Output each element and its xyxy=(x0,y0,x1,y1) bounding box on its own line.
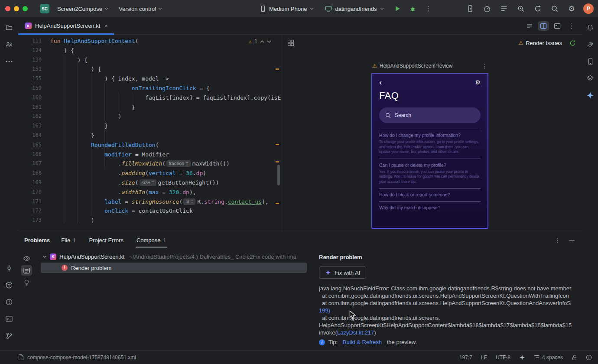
preview-more-options-icon[interactable]: ⋮ xyxy=(481,62,488,69)
caret-position-widget[interactable]: 197:7 xyxy=(459,354,472,361)
services-tool-button[interactable] xyxy=(3,279,15,291)
panel-tab-file[interactable]: File1 xyxy=(61,232,76,248)
problems-tool-button[interactable] xyxy=(3,296,15,308)
stack-trace-line: HelpAndSupportScreenKt$HelpAndSupportCon… xyxy=(319,322,579,329)
hide-panel-icon[interactable]: — xyxy=(569,237,575,244)
gradle-tool-button[interactable] xyxy=(584,39,596,51)
faq-question[interactable]: Can I pause or delete my profile? xyxy=(379,162,481,168)
settings-button[interactable]: ⚙ xyxy=(566,3,577,14)
chevron-down-icon[interactable] xyxy=(42,255,47,258)
details-toggle-button[interactable] xyxy=(21,265,32,276)
device-selector[interactable]: Medium Phone xyxy=(257,3,317,14)
panel-tab-compose[interactable]: Compose1 xyxy=(136,232,166,248)
sync-project-button[interactable] xyxy=(533,3,543,14)
build-refresh-link[interactable]: Build & Refresh xyxy=(343,339,382,345)
structure-tool-button[interactable] xyxy=(3,39,15,51)
panel-title[interactable]: Problems xyxy=(24,237,50,244)
status-file[interactable]: compose-compose-model-1758748140651.xml xyxy=(18,354,136,361)
code-text: label = stringResource(id =R.string.cont… xyxy=(50,197,269,207)
scrollbar-warning-mark[interactable] xyxy=(276,203,279,204)
scrollbar-warning-mark[interactable] xyxy=(276,68,279,70)
run-button[interactable] xyxy=(392,3,403,14)
code-editor[interactable]: 111fun HelpAndSupportContent(124 ) {130 … xyxy=(18,35,281,232)
gemini-button[interactable] xyxy=(584,89,596,101)
prev-problem-icon[interactable] xyxy=(260,40,264,43)
scrollbar-warning-mark[interactable] xyxy=(276,144,279,145)
xml-file-icon xyxy=(18,354,24,361)
quick-fix-button[interactable] xyxy=(21,277,32,288)
user-avatar[interactable]: P xyxy=(583,3,594,14)
preview-card[interactable]: ⚠ HelpAndSupportScreenPreview ⋮ ‹ ⚙ FAQ … xyxy=(371,62,488,229)
design-view-button[interactable] xyxy=(552,21,563,31)
inspection-widget[interactable]: ⚠ 1 xyxy=(246,38,274,46)
indent-widget[interactable]: 4 spaces xyxy=(534,354,563,361)
write-access-lock-icon[interactable] xyxy=(572,354,577,361)
problems-item-selected[interactable]: ! Render problem xyxy=(41,263,307,273)
code-view-button[interactable] xyxy=(524,21,535,31)
logcat-button[interactable] xyxy=(499,3,509,14)
app-inspection-button[interactable] xyxy=(516,3,526,14)
device-manager-button[interactable] xyxy=(584,55,596,68)
warning-count: 1 xyxy=(254,39,257,45)
info-status-icon[interactable] xyxy=(586,354,592,361)
preview-toggle-button[interactable] xyxy=(21,253,32,263)
more-tool-windows-button[interactable] xyxy=(3,55,15,68)
project-menu[interactable]: Screen2Compose xyxy=(55,4,111,14)
refresh-preview-icon[interactable] xyxy=(569,39,576,47)
project-tool-button[interactable] xyxy=(3,22,15,34)
editor-scrollbar[interactable] xyxy=(277,165,280,185)
close-window-button[interactable] xyxy=(5,6,10,11)
preview-canvas[interactable]: ⚠ HelpAndSupportScreenPreview ⋮ ‹ ⚙ FAQ … xyxy=(281,51,582,232)
faq-divider xyxy=(379,129,481,129)
panel-tab-project-errors[interactable]: Project Errors xyxy=(89,232,123,248)
ai-status-sparkle-icon[interactable] xyxy=(519,354,525,361)
line-ending-widget[interactable]: LF xyxy=(481,354,487,361)
terminal-tool-button[interactable] xyxy=(3,313,15,325)
code-area[interactable]: 111fun HelpAndSupportContent(124 ) {130 … xyxy=(18,36,281,232)
editor-more-options-icon[interactable]: ⋮ xyxy=(566,22,577,30)
debug-button[interactable] xyxy=(407,3,419,14)
encoding-widget[interactable]: UTF-8 xyxy=(496,354,510,361)
search-everywhere-button[interactable] xyxy=(549,3,560,14)
faq-question[interactable]: Why did my match disappear? xyxy=(379,205,481,210)
run-configuration-selector[interactable]: datingandfriends xyxy=(322,4,387,14)
code-text: } xyxy=(50,131,94,140)
problems-file-name: HelpAndSupportScreen.kt xyxy=(59,254,124,260)
scrollbar-warning-mark[interactable] xyxy=(276,161,279,162)
split-view-button[interactable] xyxy=(538,21,549,31)
line-number: 165 xyxy=(18,140,50,150)
zoom-window-button[interactable] xyxy=(23,6,28,11)
split-view-icon xyxy=(540,23,547,29)
tab-helpandsupportscreen[interactable]: K HelpAndSupportScreen.kt × xyxy=(18,17,114,34)
phone-preview[interactable]: ‹ ⚙ FAQ Search How do I change my profil… xyxy=(371,73,488,229)
problems-file-node[interactable]: K HelpAndSupportScreen.kt ~/AndroidStudi… xyxy=(35,251,313,262)
panel-more-options-icon[interactable]: ⋮ xyxy=(555,237,560,244)
commit-tool-button[interactable] xyxy=(3,262,15,274)
logcat-icon xyxy=(500,5,508,13)
settings-gear-icon[interactable]: ⚙ xyxy=(475,79,481,86)
faq-question[interactable]: How do I block or report someone? xyxy=(379,192,481,197)
search-bar[interactable]: Search xyxy=(379,107,481,123)
notifications-button[interactable] xyxy=(584,22,596,34)
close-tab-icon[interactable]: × xyxy=(104,23,109,29)
run-config-label: datingandfriends xyxy=(335,6,377,12)
stack-trace-line: java.lang.NoSuchFieldError: Class com.ib… xyxy=(319,285,579,292)
fix-with-ai-button[interactable]: Fix with AI xyxy=(319,266,366,279)
stack-trace-link[interactable]: 199) xyxy=(319,307,330,314)
back-icon[interactable]: ‹ xyxy=(379,79,382,85)
preview-grid-icon[interactable] xyxy=(287,39,294,46)
stack-trace-link[interactable]: LazyDsl.kt:217 xyxy=(337,329,374,336)
version-control-menu[interactable]: Version control xyxy=(116,4,165,14)
minimize-window-button[interactable] xyxy=(14,6,19,11)
faq-answer: To change your profile information, go t… xyxy=(379,140,481,155)
git-tool-button[interactable] xyxy=(3,330,15,342)
render-issues-label: Render Issues xyxy=(526,40,562,46)
profiler-button[interactable] xyxy=(482,3,492,14)
run-more-options-button[interactable]: ⋮ xyxy=(423,3,434,14)
next-problem-icon[interactable] xyxy=(267,40,271,43)
faq-question[interactable]: How do I change my profile information? xyxy=(379,133,481,138)
running-devices-button[interactable] xyxy=(465,3,475,14)
render-issues-button[interactable]: ⚠ Render Issues xyxy=(518,40,562,46)
layout-inspector-button[interactable] xyxy=(584,72,596,84)
problems-tree[interactable]: K HelpAndSupportScreen.kt ~/AndroidStudi… xyxy=(35,248,313,350)
